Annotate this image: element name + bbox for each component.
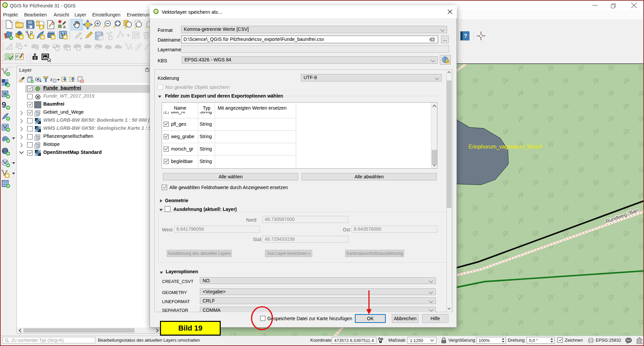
svg-text:a: a xyxy=(63,24,66,29)
svg-text:Eriophorum_vaginatum_Moor4: Eriophorum_vaginatum_Moor4 xyxy=(469,144,542,150)
svg-text:?: ? xyxy=(464,33,467,39)
svg-text:9: 9 xyxy=(2,100,6,109)
svg-text:ε: ε xyxy=(50,76,53,82)
